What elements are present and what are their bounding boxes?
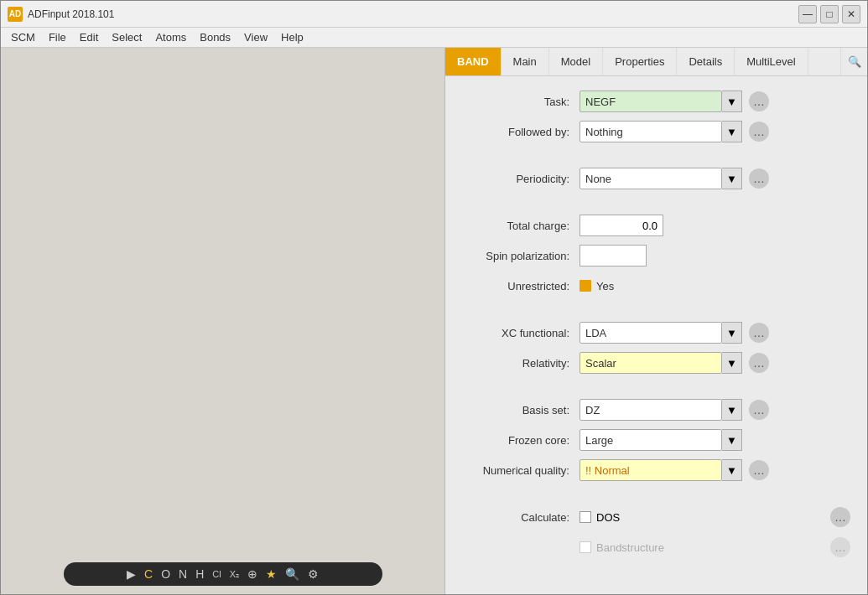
chlorine-icon[interactable]: Cl	[212, 569, 221, 579]
left-panel: ▶ C O N H Cl X₂ ⊕ ★ 🔍 ⚙	[1, 48, 445, 595]
xc-functional-more-btn[interactable]: …	[749, 323, 769, 343]
charge-section: Total charge: 0.0 Spin polarization: Unr…	[462, 214, 850, 298]
calculate-control: DOS …	[580, 507, 850, 527]
relativity-label: Relativity:	[462, 357, 580, 370]
spin-polarization-label: Spin polarization:	[462, 250, 580, 262]
nitrogen-icon[interactable]: N	[179, 567, 187, 581]
task-section: Task: NEGF ▼ … Followed by:	[462, 90, 850, 143]
sep3	[462, 311, 850, 321]
periodicity-dropdown-btn[interactable]: ▼	[722, 168, 742, 189]
total-charge-input[interactable]: 0.0	[580, 215, 663, 236]
relativity-dropdown-btn[interactable]: ▼	[722, 352, 742, 374]
basis-set-control: DZ ▼ …	[580, 399, 850, 421]
task-label: Task:	[462, 96, 580, 108]
total-charge-row: Total charge: 0.0	[462, 214, 850, 237]
unrestricted-row: Unrestricted: Yes	[462, 274, 850, 298]
menu-file[interactable]: File	[42, 29, 73, 45]
frozen-core-dropdown[interactable]: Large	[580, 429, 722, 451]
tab-band[interactable]: BAND	[445, 48, 502, 75]
tab-model[interactable]: Model	[549, 48, 603, 75]
tab-details[interactable]: Details	[677, 48, 735, 75]
dos-label: DOS	[596, 511, 620, 524]
menu-edit[interactable]: Edit	[73, 29, 105, 45]
tab-multilevel[interactable]: MultiLevel	[735, 48, 808, 75]
followed-by-value: Nothing	[585, 126, 716, 138]
followed-by-arrow: ▼	[726, 126, 737, 138]
followed-by-row: Followed by: Nothing ▼ …	[462, 120, 850, 143]
xc-functional-dropdown[interactable]: LDA	[580, 322, 722, 344]
relativity-dropdown[interactable]: Scalar	[580, 352, 722, 374]
basis-set-more-btn[interactable]: …	[749, 400, 769, 420]
bandstructure-checkbox[interactable]	[580, 541, 591, 553]
basis-set-dropdown-btn[interactable]: ▼	[722, 399, 742, 421]
followed-by-dropdown-btn[interactable]: ▼	[722, 121, 742, 142]
numerical-quality-arrow: ▼	[726, 464, 737, 477]
maximize-button[interactable]: □	[820, 5, 839, 23]
task-dropdown-btn[interactable]: ▼	[722, 91, 742, 112]
xc-functional-dropdown-btn[interactable]: ▼	[722, 322, 742, 344]
menu-bonds[interactable]: Bonds	[193, 29, 237, 45]
periodicity-row: Periodicity: None ▼ …	[462, 167, 850, 190]
sep2	[462, 204, 850, 214]
task-more-btn[interactable]: …	[749, 91, 769, 111]
hydrogen-icon[interactable]: H	[195, 567, 204, 581]
x2-icon[interactable]: X₂	[230, 569, 239, 580]
bandstructure-label: Bandstructure	[596, 541, 664, 554]
menu-scm[interactable]: SCM	[4, 29, 42, 45]
menu-view[interactable]: View	[237, 29, 274, 45]
periodicity-control: None ▼ …	[580, 168, 850, 189]
menu-help[interactable]: Help	[274, 29, 310, 45]
basis-set-value: DZ	[585, 404, 716, 416]
search-icon[interactable]: 🔍	[285, 567, 299, 581]
cursor-icon[interactable]: ▶	[127, 567, 136, 581]
sep4	[462, 388, 850, 398]
task-dropdown-arrow: ▼	[726, 96, 737, 108]
numerical-quality-dropdown[interactable]: !! Normal	[580, 459, 722, 481]
bottom-toolbar: ▶ C O N H Cl X₂ ⊕ ★ 🔍 ⚙	[64, 562, 382, 586]
frozen-core-row: Frozen core: Large ▼	[462, 428, 850, 452]
unrestricted-icon	[580, 280, 591, 292]
add-atom-icon[interactable]: ⊕	[247, 567, 257, 581]
numerical-quality-more-btn[interactable]: …	[749, 460, 769, 480]
sep5	[462, 495, 850, 505]
oxygen-icon[interactable]: O	[161, 567, 170, 581]
dos-checkbox[interactable]	[580, 511, 591, 523]
numerical-quality-dropdown-btn[interactable]: ▼	[722, 459, 742, 481]
minimize-button[interactable]: —	[798, 5, 817, 23]
bandstructure-control: Bandstructure …	[580, 537, 850, 557]
followed-by-dropdown[interactable]: Nothing	[580, 121, 722, 142]
followed-by-more-btn[interactable]: …	[749, 122, 769, 142]
task-dropdown[interactable]: NEGF	[580, 91, 722, 112]
relativity-row: Relativity: Scalar ▼ …	[462, 351, 850, 375]
relativity-control: Scalar ▼ …	[580, 352, 850, 374]
task-value: NEGF	[585, 96, 716, 108]
calculate-more-btn[interactable]: …	[830, 507, 850, 527]
tab-properties[interactable]: Properties	[603, 48, 677, 75]
unrestricted-value: Yes	[596, 280, 614, 292]
carbon-icon[interactable]: C	[144, 567, 153, 581]
spin-polarization-input[interactable]	[580, 245, 647, 266]
periodicity-arrow: ▼	[726, 173, 737, 185]
periodicity-dropdown[interactable]: None	[580, 168, 722, 189]
bandstructure-more-btn[interactable]: …	[830, 537, 850, 557]
settings-icon[interactable]: ⚙	[308, 567, 319, 581]
periodicity-value: None	[585, 173, 716, 185]
calculate-label: Calculate:	[462, 511, 580, 524]
basis-set-dropdown[interactable]: DZ	[580, 399, 722, 421]
tab-search-button[interactable]: 🔍	[840, 48, 867, 75]
menu-select[interactable]: Select	[105, 29, 148, 45]
tab-main[interactable]: Main	[502, 48, 549, 75]
task-control: NEGF ▼ …	[580, 91, 850, 112]
frozen-core-dropdown-btn[interactable]: ▼	[722, 429, 742, 451]
app-title: ADFinput 2018.101	[28, 8, 798, 20]
xc-functional-control: LDA ▼ …	[580, 322, 850, 344]
relativity-more-btn[interactable]: …	[749, 353, 769, 373]
periodicity-more-btn[interactable]: …	[749, 168, 769, 189]
periodicity-label: Periodicity:	[462, 173, 580, 185]
star-icon[interactable]: ★	[266, 567, 277, 581]
menu-atoms[interactable]: Atoms	[148, 29, 193, 45]
numerical-quality-value: !! Normal	[585, 464, 716, 477]
search-icon: 🔍	[848, 55, 861, 68]
spin-polarization-row: Spin polarization:	[462, 244, 850, 267]
close-button[interactable]: ✕	[842, 5, 860, 23]
